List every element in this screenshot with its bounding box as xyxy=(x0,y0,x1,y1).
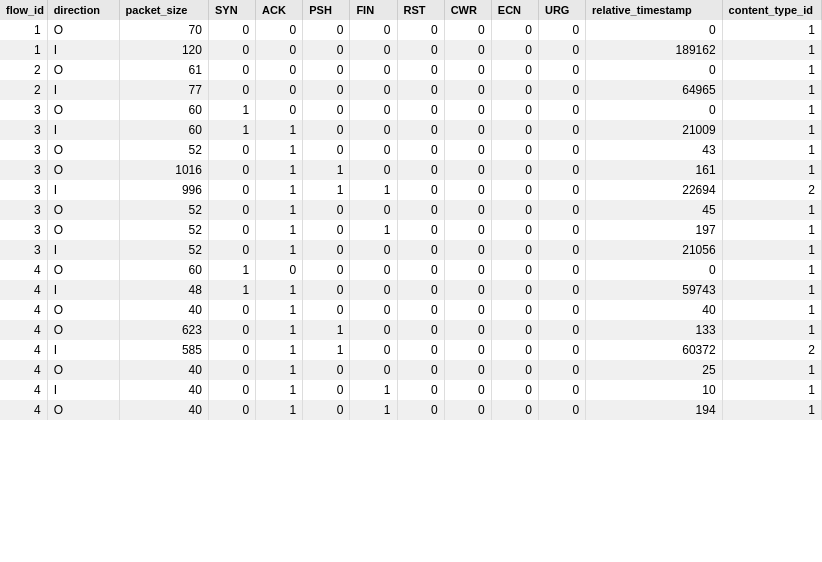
table-cell: 0 xyxy=(397,60,444,80)
col-header-relative_timestamp[interactable]: relative_timestamp xyxy=(586,0,723,20)
table-cell: 0 xyxy=(208,140,255,160)
table-cell: 4 xyxy=(0,280,47,300)
table-cell: 0 xyxy=(397,380,444,400)
table-row: 4I58501100000603722 xyxy=(0,340,822,360)
table-cell: 1 xyxy=(256,300,303,320)
table-cell: 0 xyxy=(303,300,350,320)
table-cell: 0 xyxy=(303,100,350,120)
table-cell: 1 xyxy=(208,100,255,120)
table-cell: 1 xyxy=(256,120,303,140)
table-cell: 0 xyxy=(397,220,444,240)
table-cell: 0 xyxy=(491,180,538,200)
col-header-ack[interactable]: ACK xyxy=(256,0,303,20)
table-cell: O xyxy=(47,200,119,220)
table-cell: 0 xyxy=(538,20,585,40)
table-cell: 3 xyxy=(0,160,47,180)
table-cell: 0 xyxy=(444,260,491,280)
table-row: 3O1016011000001611 xyxy=(0,160,822,180)
table-cell: 4 xyxy=(0,260,47,280)
col-header-syn[interactable]: SYN xyxy=(208,0,255,20)
table-cell: O xyxy=(47,400,119,420)
table-cell: 189162 xyxy=(586,40,723,60)
table-cell: 0 xyxy=(208,60,255,80)
table-cell: 0 xyxy=(256,20,303,40)
table-cell: 0 xyxy=(208,340,255,360)
table-cell: 1 xyxy=(256,160,303,180)
table-cell: 1 xyxy=(722,100,821,120)
table-cell: 21056 xyxy=(586,240,723,260)
table-cell: 1 xyxy=(256,320,303,340)
table-cell: 0 xyxy=(208,160,255,180)
table-cell: 52 xyxy=(119,200,208,220)
table-cell: 1 xyxy=(722,380,821,400)
table-cell: I xyxy=(47,280,119,300)
table-cell: 1 xyxy=(722,400,821,420)
table-cell: 1 xyxy=(722,280,821,300)
table-cell: 0 xyxy=(444,180,491,200)
table-cell: 0 xyxy=(491,200,538,220)
table-cell: 0 xyxy=(538,340,585,360)
table-cell: 1016 xyxy=(119,160,208,180)
table-cell: 1 xyxy=(256,340,303,360)
table-cell: 1 xyxy=(722,80,821,100)
table-cell: 3 xyxy=(0,200,47,220)
table-cell: 0 xyxy=(397,240,444,260)
table-cell: 60 xyxy=(119,260,208,280)
table-row: 3I5201000000210561 xyxy=(0,240,822,260)
table-cell: 0 xyxy=(303,380,350,400)
table-cell: 0 xyxy=(397,300,444,320)
col-header-flow_id[interactable]: flow_id xyxy=(0,0,47,20)
table-cell: 1 xyxy=(722,260,821,280)
table-cell: 0 xyxy=(538,200,585,220)
table-cell: 0 xyxy=(208,20,255,40)
table-cell: 1 xyxy=(256,220,303,240)
table-cell: 4 xyxy=(0,400,47,420)
col-header-content_type_id[interactable]: content_type_id xyxy=(722,0,821,20)
table-cell: 0 xyxy=(208,240,255,260)
table-cell: 0 xyxy=(538,400,585,420)
table-cell: 3 xyxy=(0,240,47,260)
col-header-direction[interactable]: direction xyxy=(47,0,119,20)
table-cell: 0 xyxy=(538,300,585,320)
table-cell: 1 xyxy=(722,200,821,220)
table-cell: 0 xyxy=(491,340,538,360)
table-cell: O xyxy=(47,360,119,380)
col-header-rst[interactable]: RST xyxy=(397,0,444,20)
table-cell: 45 xyxy=(586,200,723,220)
table-cell: O xyxy=(47,260,119,280)
table-cell: O xyxy=(47,100,119,120)
table-cell: 0 xyxy=(491,360,538,380)
col-header-fin[interactable]: FIN xyxy=(350,0,397,20)
col-header-psh[interactable]: PSH xyxy=(303,0,350,20)
table-cell: 1 xyxy=(722,120,821,140)
table-cell: 0 xyxy=(350,280,397,300)
table-cell: 77 xyxy=(119,80,208,100)
table-cell: 0 xyxy=(350,300,397,320)
table-cell: 996 xyxy=(119,180,208,200)
table-cell: 0 xyxy=(397,40,444,60)
table-cell: 1 xyxy=(722,320,821,340)
table-cell: 0 xyxy=(444,100,491,120)
col-header-cwr[interactable]: CWR xyxy=(444,0,491,20)
table-cell: 0 xyxy=(491,40,538,60)
table-cell: 0 xyxy=(208,80,255,100)
table-cell: 0 xyxy=(444,140,491,160)
table-cell: 0 xyxy=(586,60,723,80)
table-cell: 1 xyxy=(722,240,821,260)
table-cell: 0 xyxy=(397,260,444,280)
col-header-ecn[interactable]: ECN xyxy=(491,0,538,20)
col-header-packet_size[interactable]: packet_size xyxy=(119,0,208,20)
table-cell: 0 xyxy=(303,40,350,60)
table-cell: 0 xyxy=(491,380,538,400)
table-cell: 0 xyxy=(538,120,585,140)
table-cell: 1 xyxy=(208,260,255,280)
table-cell: 0 xyxy=(303,120,350,140)
table-row: 4O623011000001331 xyxy=(0,320,822,340)
table-cell: 22694 xyxy=(586,180,723,200)
col-header-urg[interactable]: URG xyxy=(538,0,585,20)
table-cell: 0 xyxy=(208,200,255,220)
table-cell: 194 xyxy=(586,400,723,420)
table-cell: 0 xyxy=(491,120,538,140)
table-cell: O xyxy=(47,20,119,40)
table-cell: 40 xyxy=(119,300,208,320)
